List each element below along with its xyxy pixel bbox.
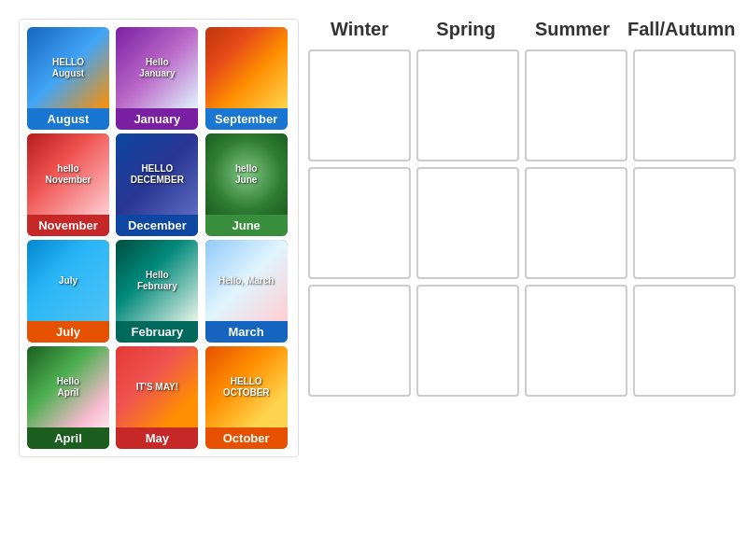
month-img-march: Hello, March bbox=[205, 240, 288, 321]
month-label-september: September bbox=[205, 108, 288, 130]
month-label-april: April bbox=[27, 427, 109, 449]
drop-zone-3[interactable] bbox=[633, 49, 736, 161]
month-img-december: HELLO DECEMBER bbox=[116, 133, 198, 215]
month-img-text-february: Hello February bbox=[137, 270, 177, 292]
month-label-february: February bbox=[116, 321, 198, 343]
month-label-november: November bbox=[27, 215, 109, 236]
month-img-text-may: IT'S MAY! bbox=[136, 382, 178, 393]
season-header-summer: Summer bbox=[521, 19, 624, 40]
month-label-may: May bbox=[116, 427, 198, 449]
month-img-april: Hello April bbox=[27, 346, 109, 427]
drop-zone-2[interactable] bbox=[525, 49, 627, 161]
month-img-january: Hello January bbox=[116, 27, 198, 108]
season-header-fall_autumn: Fall/Autumn bbox=[627, 19, 730, 40]
drop-zone-9[interactable] bbox=[416, 285, 519, 397]
months-panel: HELLO AugustAugustHello JanuaryJanuarySe… bbox=[19, 19, 299, 457]
month-label-october: October bbox=[205, 427, 288, 449]
month-img-text-october: HELLO OCTOBER bbox=[209, 376, 284, 399]
month-img-september bbox=[205, 27, 288, 108]
month-label-march: March bbox=[205, 321, 288, 343]
month-label-august: August bbox=[27, 108, 109, 130]
month-img-text-november: hello November bbox=[46, 163, 92, 186]
month-img-text-april: Hello April bbox=[57, 376, 79, 399]
month-card-december[interactable]: HELLO DECEMBERDecember bbox=[116, 133, 198, 236]
drop-zone-10[interactable] bbox=[525, 285, 627, 397]
month-card-february[interactable]: Hello FebruaryFebruary bbox=[116, 240, 198, 343]
season-header-winter: Winter bbox=[308, 19, 411, 40]
drop-zone-6[interactable] bbox=[525, 167, 627, 279]
month-card-september[interactable]: September bbox=[205, 27, 288, 130]
month-img-text-march: Hello, March bbox=[218, 275, 274, 287]
month-img-october: HELLO OCTOBER bbox=[205, 346, 288, 427]
month-card-may[interactable]: IT'S MAY!May bbox=[116, 346, 198, 449]
drop-zone-1[interactable] bbox=[416, 49, 519, 161]
month-img-june: hello June bbox=[205, 133, 288, 215]
month-card-july[interactable]: JulyJuly bbox=[27, 240, 109, 343]
drop-zone-4[interactable] bbox=[308, 167, 411, 279]
month-img-february: Hello February bbox=[116, 240, 198, 321]
month-card-november[interactable]: hello NovemberNovember bbox=[27, 133, 109, 236]
season-header-spring: Spring bbox=[415, 19, 517, 40]
month-label-january: January bbox=[116, 108, 198, 130]
drop-grid bbox=[308, 49, 738, 397]
drop-zone-11[interactable] bbox=[633, 285, 736, 397]
month-img-text-december: HELLO DECEMBER bbox=[131, 163, 184, 186]
month-label-december: December bbox=[116, 215, 198, 236]
season-headers: WinterSpringSummerFall/Autumn bbox=[308, 19, 738, 40]
month-img-text-june: hello June bbox=[235, 163, 257, 186]
month-img-november: hello November bbox=[27, 133, 109, 215]
month-img-may: IT'S MAY! bbox=[116, 346, 198, 427]
month-img-july: July bbox=[27, 240, 109, 321]
month-img-text-january: Hello January bbox=[139, 57, 175, 79]
month-card-june[interactable]: hello JuneJune bbox=[205, 133, 288, 236]
drop-zone-7[interactable] bbox=[633, 167, 736, 279]
month-card-march[interactable]: Hello, MarchMarch bbox=[205, 240, 288, 343]
drop-zone-0[interactable] bbox=[308, 49, 411, 161]
month-card-october[interactable]: HELLO OCTOBEROctober bbox=[205, 346, 288, 449]
month-img-august: HELLO August bbox=[27, 27, 109, 108]
month-card-april[interactable]: Hello AprilApril bbox=[27, 346, 109, 449]
month-card-january[interactable]: Hello JanuaryJanuary bbox=[116, 27, 198, 130]
drop-zone-8[interactable] bbox=[308, 285, 411, 397]
month-img-text-august: HELLO August bbox=[52, 57, 84, 79]
month-card-august[interactable]: HELLO AugustAugust bbox=[27, 27, 109, 130]
month-label-july: July bbox=[27, 321, 109, 343]
month-label-june: June bbox=[205, 215, 288, 236]
month-img-text-july: July bbox=[59, 275, 78, 287]
drop-zone-5[interactable] bbox=[416, 167, 519, 279]
sorting-panel: WinterSpringSummerFall/Autumn bbox=[308, 19, 738, 541]
